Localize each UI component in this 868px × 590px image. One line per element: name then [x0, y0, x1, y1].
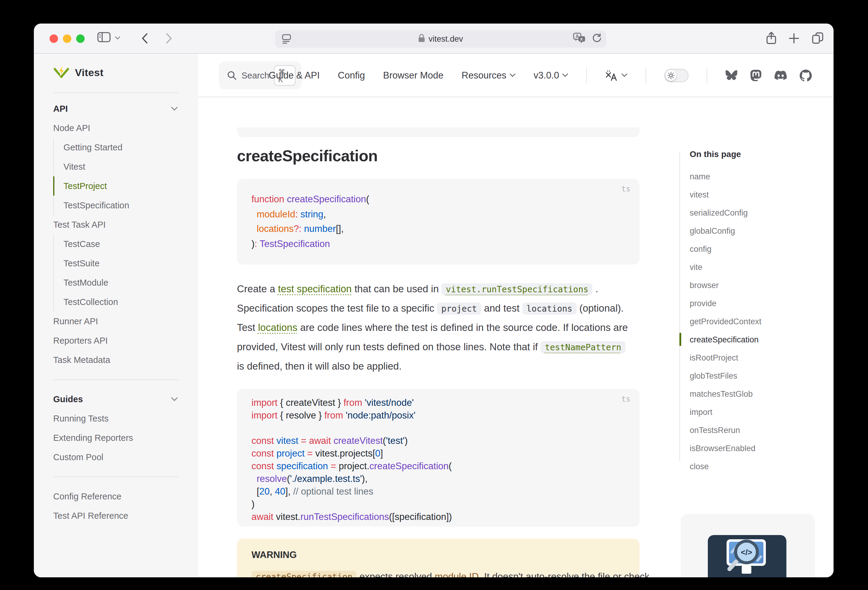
toc-item-provide[interactable]: provide [690, 294, 823, 312]
toc-item-serializedconfig[interactable]: serializedConfig [690, 203, 823, 222]
toc-item-isbrowserenabled[interactable]: isBrowserEnabled [690, 439, 823, 457]
sidebar-item-testproject[interactable]: TestProject [53, 177, 179, 196]
chevron-down-icon [509, 73, 515, 77]
back-button[interactable] [142, 32, 148, 44]
nav-dropdown-version[interactable]: v3.0.0 [534, 70, 568, 81]
toc-item-matchestestglob[interactable]: matchesTestGlob [690, 385, 823, 403]
nav-link-browser-mode[interactable]: Browser Mode [383, 70, 443, 81]
tab-overview-icon[interactable] [812, 32, 824, 44]
code-line: import { createVitest } from 'vitest/nod… [251, 396, 625, 409]
nav-items: Guide & API Config Browser Mode Resource… [269, 54, 812, 97]
text-line: Test locations are code lines where the … [237, 318, 639, 337]
code-line: ) [251, 497, 625, 510]
github-icon[interactable] [800, 69, 812, 81]
zoom-window-button[interactable] [76, 34, 85, 43]
reload-icon[interactable] [592, 33, 601, 46]
close-window-button[interactable] [50, 34, 58, 43]
code-line: ): TestSpecification [251, 237, 625, 251]
code-line: import { resolve } from 'node:path/posix… [251, 409, 625, 422]
sidebar-item-node-api[interactable]: Node API [53, 118, 179, 138]
description-paragraph: Create a test specification that can be … [237, 279, 639, 376]
site-logo-text: Vitest [75, 67, 103, 79]
code-block-signature[interactable]: ts function createSpecification( moduleI… [237, 179, 639, 265]
sidebar-item-test-task-api[interactable]: Test Task API [53, 215, 179, 234]
theme-toggle[interactable] [664, 69, 688, 82]
share-icon[interactable] [766, 31, 777, 45]
toc-item-createspecification[interactable]: createSpecification [690, 330, 823, 349]
link-locations[interactable]: locations [258, 322, 297, 333]
sidebar-chevron-icon[interactable] [115, 36, 120, 40]
sidebar-item-extending-reporters[interactable]: Extending Reporters [53, 428, 179, 447]
toc-item-isrootproject[interactable]: isRootProject [690, 349, 823, 366]
toc-item-name[interactable]: name [690, 167, 823, 185]
language-icon [605, 70, 619, 81]
site-logo[interactable]: Vitest [53, 54, 179, 93]
toc-item-import[interactable]: import [690, 403, 823, 421]
lock-icon [418, 34, 425, 44]
toc: On this page namevitestserializedConfigg… [690, 149, 823, 475]
sidebar-item-guides[interactable]: Guides [53, 390, 179, 409]
minimize-window-button[interactable] [63, 34, 71, 43]
code-line: resolve('./example.test.ts'), [251, 472, 625, 485]
sidebar-item-testcollection[interactable]: TestCollection [53, 292, 179, 312]
toc-item-globalconfig[interactable]: globalConfig [690, 222, 823, 240]
nav-link-config[interactable]: Config [338, 70, 365, 81]
bluesky-icon[interactable] [725, 70, 737, 81]
code-line: const project = vitest.projects[0] [251, 447, 625, 459]
link-testnamepattern[interactable]: testNamePattern [541, 341, 626, 353]
sidebar-item-testcase[interactable]: TestCase [53, 234, 179, 254]
code-line: moduleId: string, [251, 207, 625, 222]
toc-item-vitest[interactable]: vitest [690, 185, 823, 203]
translate-icon[interactable]: Ax [573, 32, 586, 46]
sidebar-item-testspecification[interactable]: TestSpecification [53, 196, 179, 215]
toc-item-browser[interactable]: browser [690, 276, 823, 294]
toc-item-getprovidedcontext[interactable]: getProvidedContext [690, 312, 823, 330]
toc-item-close[interactable]: close [690, 457, 823, 475]
sidebar-item-testmodule[interactable]: TestModule [53, 273, 179, 292]
sidebar-item-testsuite[interactable]: TestSuite [53, 254, 179, 273]
text-line: is defined, then it will also be applied… [237, 356, 639, 376]
toc-item-vite[interactable]: vite [690, 258, 823, 276]
sidebar-item-getting-started[interactable]: Getting Started [53, 138, 179, 157]
toc-item-globtestfiles[interactable]: globTestFiles [690, 366, 823, 385]
toc-items: namevitestserializedConfigglobalConfigco… [690, 167, 823, 475]
sidebar-item-test-api-reference[interactable]: Test API Reference [53, 506, 179, 525]
sidebar-item-runner-api[interactable]: Runner API [53, 312, 179, 331]
language-menu[interactable] [605, 70, 627, 81]
sidebar-toggle-icon[interactable] [97, 32, 111, 42]
address-bar[interactable]: vitest.dev Ax [275, 30, 606, 48]
sidebar-item-reporters-api[interactable]: Reporters API [53, 331, 179, 350]
discord-icon[interactable] [774, 71, 787, 80]
toc-item-ontestsrerun[interactable]: onTestsRerun [690, 421, 823, 439]
link-module-id[interactable]: module ID [435, 571, 479, 577]
new-tab-icon[interactable] [789, 33, 799, 44]
link-vitest-runtestspecifications[interactable]: vitest.runTestSpecifications [441, 283, 593, 295]
forward-button[interactable] [165, 32, 172, 44]
search-icon [227, 71, 237, 80]
nav-dropdown-resources[interactable]: Resources [462, 70, 515, 81]
sidebar-item-running-tests[interactable]: Running Tests [53, 409, 179, 428]
nav-link-guide-api[interactable]: Guide & API [269, 70, 320, 81]
browser-window: vitest.dev Ax [34, 24, 834, 577]
social-links [725, 69, 812, 81]
sidebar-item-vitest[interactable]: Vitest [53, 157, 179, 177]
toc-item-config[interactable]: config [690, 240, 823, 258]
sidebar-nav: APINode APIGetting StartedVitestTestProj… [53, 99, 179, 525]
code-block-example[interactable]: ts import { createVitest } from 'vitest/… [237, 389, 639, 527]
svg-text:x: x [580, 37, 583, 41]
toc-divider-line [679, 152, 680, 461]
sidebar-item-custom-pool[interactable]: Custom Pool [53, 447, 179, 467]
sidebar-item-api[interactable]: API [53, 99, 179, 118]
sidebar-item-task-metadata[interactable]: Task Metadata [53, 350, 179, 369]
code-lines: function createSpecification( moduleId: … [251, 192, 625, 251]
link-test-specification[interactable]: test specification [278, 283, 352, 294]
mastodon-icon[interactable] [750, 69, 762, 81]
browser-toolbar: vitest.dev Ax [34, 24, 834, 54]
sponsor-card[interactable]: </> [681, 514, 815, 577]
code-line: function createSpecification( [251, 192, 625, 207]
chevron-down-icon [171, 397, 178, 402]
sidebar-item-config-reference[interactable]: Config Reference [53, 487, 179, 506]
doc-content: createSpecification ts function createSp… [237, 127, 639, 577]
code-line: [20, 40], // optional test lines [251, 485, 625, 497]
theme-toggle-knob [666, 70, 676, 81]
